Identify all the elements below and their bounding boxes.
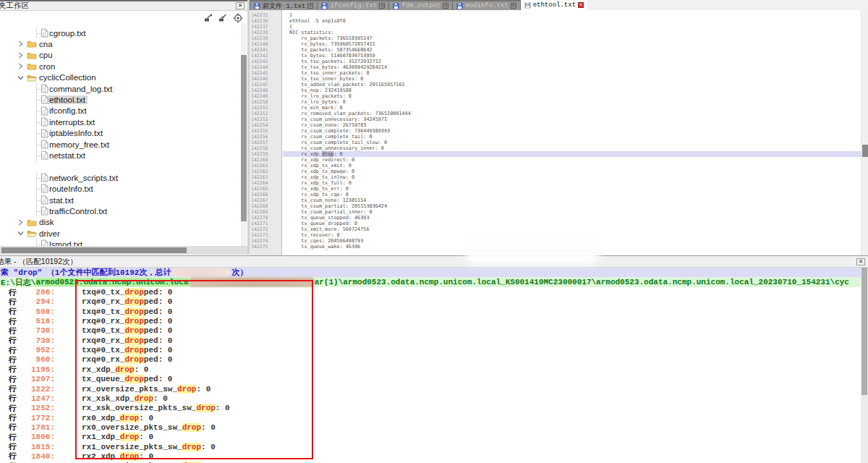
chevron-down-icon[interactable] <box>17 74 25 82</box>
import-window-icon[interactable] <box>218 13 228 22</box>
tree-item-folder[interactable]: disk <box>0 217 240 228</box>
tab-close-icon[interactable]: ✕ <box>511 3 516 9</box>
editor-tab[interactable]: modinfo.txt✕ <box>452 1 519 10</box>
line-number: 142252 <box>250 111 281 116</box>
result-line-number: 508: <box>19 307 55 316</box>
chevron-right-icon[interactable] <box>17 51 25 59</box>
code-line: tx_bytes: 514607839753959 <box>283 53 861 59</box>
tree-item-file[interactable]: trafficControl.txt <box>0 205 240 216</box>
line-number: 142272 <box>250 226 281 232</box>
line-number: 142255 <box>250 128 281 134</box>
line-number: 142249 <box>250 93 281 99</box>
chevron-down-icon[interactable] <box>17 229 25 237</box>
workspace-horizontal-scrollbar[interactable] <box>0 246 247 255</box>
chevron-right-icon[interactable] <box>17 40 25 48</box>
code-line: tx_tso_bytes: 463099429284214 <box>283 64 861 70</box>
file-icon <box>41 184 48 193</box>
line-number: 142260 <box>250 157 281 163</box>
tab-label: modinfo.txt <box>465 2 508 9</box>
line-number: 142258 <box>250 145 281 151</box>
tree-item-label: cgroup.txt <box>49 29 86 38</box>
line-number: 142251 <box>250 105 281 111</box>
tree-item-folder[interactable]: cron <box>0 61 240 72</box>
tab-close-icon[interactable]: ✕ <box>379 3 385 9</box>
line-number: 142244 <box>250 64 281 70</box>
scrollbar-thumb[interactable] <box>241 55 247 221</box>
tree-item-label: routeInfo.txt <box>49 184 93 193</box>
tree-item-label: network_scripts.txt <box>49 174 118 182</box>
tree-item-file[interactable]: ifconfig.txt <box>0 106 240 116</box>
tree-item-file[interactable]: netstat.txt <box>0 150 240 161</box>
tree-item-file[interactable]: routeInfo.txt <box>0 183 240 194</box>
line-number: 142265 <box>250 186 281 192</box>
tree-item-file[interactable]: interrupts.txt <box>0 116 240 127</box>
tree-item-file[interactable]: memory_free.txt <box>0 139 240 150</box>
scrollbar-thumb[interactable] <box>1 247 187 253</box>
tree-item-label: netstat.txt <box>49 151 85 160</box>
code-line: rx_bytes: 735960572057411 <box>283 41 861 47</box>
line-number: 142242 <box>250 53 281 59</box>
tab-close-icon[interactable]: ✕ <box>307 3 313 9</box>
folder-icon <box>27 51 37 59</box>
editor-text-area[interactable]: 1422351422361422371422381422391422401422… <box>250 10 868 255</box>
tab-close-icon[interactable]: ✕ <box>443 3 448 9</box>
tree-item-file[interactable]: network_scripts.txt <box>0 172 240 183</box>
locate-file-icon[interactable] <box>233 13 243 23</box>
chevron-right-icon[interactable] <box>17 62 25 70</box>
tree-item-folder[interactable]: driver <box>0 228 240 239</box>
line-number: 142240 <box>250 41 281 47</box>
code-line: tx_csum_partial_inner: 0 <box>283 209 861 215</box>
tab-label: ethtool.txt <box>533 1 576 9</box>
editor-tab[interactable]: ifconfig.txt✕ <box>317 1 388 10</box>
code-line: rx_ecn_mark: 0 <box>283 105 861 111</box>
tree-item-label: memory_free.txt <box>49 140 109 149</box>
folder-open-icon <box>27 229 37 237</box>
floppy-disk-icon <box>321 3 328 9</box>
code-line: tx_tso_inner_packets: 0 <box>283 70 861 76</box>
export-window-icon[interactable] <box>204 13 213 22</box>
workspace-vertical-scrollbar[interactable] <box>241 23 247 246</box>
editor-tab[interactable]: ethtool.txt✕ <box>520 0 587 10</box>
results-close-icon[interactable]: ✕ <box>856 258 865 266</box>
line-number: 142266 <box>250 192 281 197</box>
tab-close-icon[interactable]: ✕ <box>578 2 584 8</box>
search-summary-row[interactable]: 索 "drop" （1个文件中匹配到10192次，总计 次） <box>0 268 861 277</box>
tree-item-file[interactable]: iptablesInfo.txt <box>0 128 240 139</box>
redaction-blur <box>172 268 230 276</box>
code-line: rx_packets: 736510395147 <box>283 35 861 41</box>
chevron-right-icon[interactable] <box>17 218 25 226</box>
line-number: 142245 <box>250 70 281 76</box>
code-line: rx_removed_vlan_packets: 736510091444 <box>283 111 861 116</box>
tree-item-folder[interactable]: cyclicCollection <box>0 72 240 83</box>
line-number: 142243 <box>250 59 281 64</box>
tree-item-file[interactable]: lsmod.txt <box>0 239 240 246</box>
code-line: tx_csum_none: 12385154 <box>283 197 861 203</box>
tree-item-file[interactable]: command_log.txt <box>0 83 240 94</box>
result-line-number: 1222: <box>19 385 55 394</box>
tree-item-file[interactable]: cgroup.txt <box>0 27 240 38</box>
line-number: 142247 <box>250 82 281 88</box>
line-number: 142248 <box>250 88 281 93</box>
scrollbar-thumb[interactable] <box>861 268 867 395</box>
redaction-blur <box>469 236 596 262</box>
scrollbar-thumb[interactable] <box>862 145 868 157</box>
editor-tab[interactable]: fdm_output✕ <box>388 1 452 10</box>
editor-vertical-scrollbar[interactable] <box>861 10 868 255</box>
workspace-close-icon[interactable]: ✕ <box>236 2 244 9</box>
editor-tab[interactable]: 新文件 1.txt✕ <box>250 1 317 10</box>
file-icon <box>41 117 48 127</box>
results-vertical-scrollbar[interactable] <box>861 268 868 463</box>
code-line: tx_packets: 507354668642 <box>283 47 861 53</box>
tree-item-file[interactable]: ethtool.txt <box>0 94 240 105</box>
tree-item-folder[interactable]: cpu <box>0 50 240 61</box>
tree-item-file[interactable]: stat.txt <box>0 195 240 205</box>
line-number: 142250 <box>250 99 281 105</box>
file-icon <box>41 195 48 205</box>
tree-item-folder[interactable]: cna <box>0 38 240 49</box>
floppy-disk-icon <box>524 2 531 9</box>
tab-label: fdm_output <box>401 2 441 9</box>
tree-item-label: lsmod.txt <box>49 240 82 246</box>
line-number: 142237 <box>250 24 281 30</box>
tab-label: 新文件 1.txt <box>263 1 305 11</box>
line-number: 142263 <box>250 174 281 180</box>
